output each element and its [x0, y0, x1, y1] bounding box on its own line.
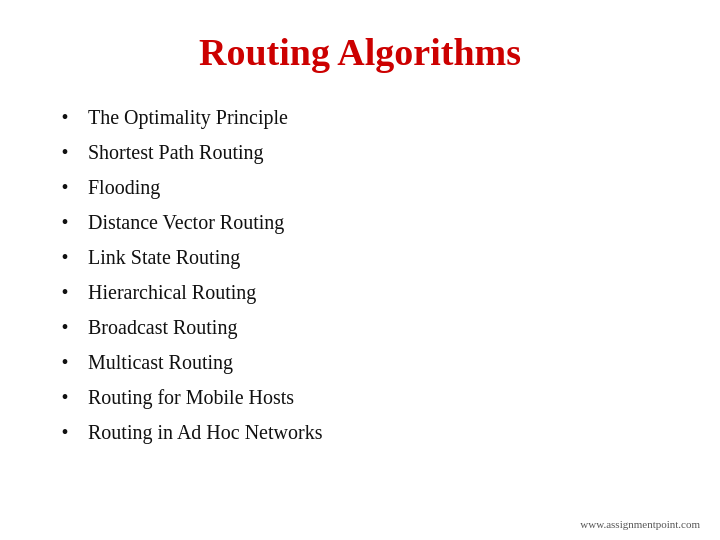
list-item: •Link State Routing: [60, 242, 660, 273]
slide-title: Routing Algorithms: [60, 30, 660, 74]
bullet-text: Routing in Ad Hoc Networks: [88, 417, 322, 448]
list-item: •The Optimality Principle: [60, 102, 660, 133]
bullet-text: Link State Routing: [88, 242, 240, 273]
list-item: •Broadcast Routing: [60, 312, 660, 343]
bullet-text: Routing for Mobile Hosts: [88, 382, 294, 413]
bullet-dot: •: [60, 347, 70, 378]
bullet-dot: •: [60, 277, 70, 308]
footer: www.assignmentpoint.com: [580, 518, 700, 530]
bullet-dot: •: [60, 382, 70, 413]
bullet-list: •The Optimality Principle•Shortest Path …: [60, 102, 660, 448]
list-item: •Routing in Ad Hoc Networks: [60, 417, 660, 448]
bullet-text: Distance Vector Routing: [88, 207, 284, 238]
bullet-dot: •: [60, 242, 70, 273]
bullet-dot: •: [60, 207, 70, 238]
list-item: •Distance Vector Routing: [60, 207, 660, 238]
bullet-text: The Optimality Principle: [88, 102, 288, 133]
list-item: •Routing for Mobile Hosts: [60, 382, 660, 413]
list-item: •Hierarchical Routing: [60, 277, 660, 308]
bullet-dot: •: [60, 172, 70, 203]
bullet-dot: •: [60, 312, 70, 343]
list-item: •Multicast Routing: [60, 347, 660, 378]
bullet-dot: •: [60, 102, 70, 133]
list-item: •Flooding: [60, 172, 660, 203]
bullet-dot: •: [60, 417, 70, 448]
bullet-text: Flooding: [88, 172, 160, 203]
bullet-text: Multicast Routing: [88, 347, 233, 378]
slide: Routing Algorithms •The Optimality Princ…: [0, 0, 720, 540]
bullet-text: Shortest Path Routing: [88, 137, 264, 168]
bullet-dot: •: [60, 137, 70, 168]
bullet-text: Broadcast Routing: [88, 312, 237, 343]
list-item: •Shortest Path Routing: [60, 137, 660, 168]
bullet-text: Hierarchical Routing: [88, 277, 256, 308]
